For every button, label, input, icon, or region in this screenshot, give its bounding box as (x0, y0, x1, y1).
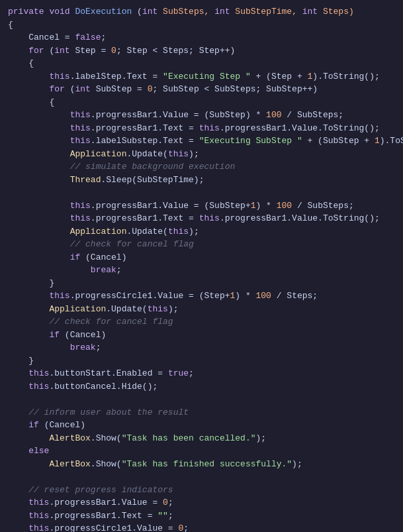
code-line: this.progressCircle1.Value = 0; (0, 522, 403, 532)
token-white: .buttonStart.Enabled = (49, 367, 167, 380)
token-white: (Cancel) (80, 251, 126, 264)
token-white: .Show( (91, 432, 122, 445)
token-white: ( (44, 44, 55, 58)
code-line: this.labelSubstep.Text = "Executing SubS… (0, 134, 403, 148)
token-white: { (28, 57, 34, 70)
token-param: SubStepTime, (230, 5, 302, 19)
token-this-kw: this (70, 199, 91, 213)
code-line: this.progressBar1.Text = ""; (0, 509, 403, 523)
token-str: "Executing SubStep " (199, 134, 302, 148)
token-white: { (49, 96, 54, 109)
token-cm: // reset progress indicators (28, 484, 173, 497)
token-this-kw: this (28, 367, 49, 380)
code-line: Application.Update(this); (0, 148, 403, 161)
code-editor: private void DoExecution (int SubSteps, … (0, 0, 403, 532)
code-line: Application.Update(this); (0, 303, 403, 316)
token-white: .Update( (126, 225, 167, 239)
token-cm: // check for cancel flag (70, 238, 194, 251)
token-white: .progressBar1.Text = (91, 122, 199, 135)
token-num: 0 (148, 83, 153, 96)
token-cm: // check for cancel flag (49, 315, 173, 329)
token-white: ; (189, 367, 194, 380)
token-this-kw: this (70, 212, 91, 225)
token-var: Cancel (28, 31, 60, 44)
token-kw: int (302, 5, 318, 19)
code-line: this.progressBar1.Text = this.progressBa… (0, 122, 403, 135)
token-white: ; (101, 31, 106, 44)
token-white: / SubSteps; (292, 199, 354, 213)
token-white: ; (183, 522, 189, 532)
token-kw: false (75, 31, 101, 44)
code-line: this.buttonStart.Enabled = true; (0, 367, 403, 380)
code-line: { (0, 57, 403, 70)
token-this-kw: this (148, 303, 168, 316)
token-kw: int (142, 5, 157, 19)
token-kw: int (75, 83, 90, 96)
token-white: .progressCircle1.Value = (Step+ (70, 290, 230, 303)
token-kw: void (49, 5, 69, 19)
token-cls: Application (70, 225, 127, 239)
code-line: AlertBox.Show("Task has been cancelled."… (0, 432, 403, 445)
token-white: .progressBar1.Text = (49, 509, 157, 523)
token-white: ) * (235, 290, 255, 303)
token-white: ); (292, 458, 302, 471)
token-white: + (SubStep + (302, 134, 375, 148)
token-cls: Application (70, 148, 127, 161)
token-white (70, 5, 75, 19)
code-line: // inform user about the result (0, 406, 403, 419)
token-cm: // inform user about the result (28, 406, 189, 419)
token-param: Steps) (318, 5, 354, 19)
code-line: if (Cancel) (0, 419, 403, 432)
token-white: ); (256, 432, 267, 445)
code-line: this.progressBar1.Value = (SubStep+1) * … (0, 199, 403, 213)
code-line: } (0, 354, 403, 368)
token-this-kw: this (70, 134, 91, 148)
token-this-kw: this (49, 290, 69, 303)
token-white: .labelStep.Text = (70, 70, 163, 83)
token-white: { (8, 19, 13, 32)
token-num: 0 (178, 522, 183, 532)
token-white: ); (168, 303, 179, 316)
token-fn: DoExecution (75, 5, 132, 19)
token-this-kw: this (28, 496, 49, 509)
token-white: .Update( (126, 148, 167, 161)
token-white: ; (168, 509, 173, 523)
token-white: ; (96, 341, 101, 354)
code-line: break; (0, 264, 403, 277)
token-this-kw: this (70, 122, 91, 135)
token-this-kw: this (199, 122, 220, 135)
token-this-kw: this (49, 70, 69, 83)
token-white: ); (189, 225, 199, 239)
token-num: 100 (277, 199, 292, 213)
code-line: AlertBox.Show("Task has finished success… (0, 458, 403, 471)
token-this-kw: this (28, 522, 49, 532)
token-white: ; (116, 264, 122, 277)
code-line: Application.Update(this); (0, 225, 403, 239)
token-white: .buttonCancel.Hide(); (49, 380, 157, 394)
token-kw: int (214, 5, 230, 19)
token-kw: if (70, 251, 81, 264)
token-kw: for (49, 83, 64, 96)
token-white: .Update( (106, 303, 147, 316)
token-num: 1 (230, 290, 235, 303)
code-line: Thread.Sleep(SubStepTime); (0, 174, 403, 187)
token-white: .labelSubstep.Text = (91, 134, 199, 148)
code-line: } (0, 277, 403, 290)
code-line: { (0, 96, 403, 109)
token-white: ; SubStep < SubSteps; SubStep++) (152, 83, 318, 96)
code-line: // simulate background execution (0, 160, 403, 174)
token-white: ( (132, 5, 142, 19)
token-str: "Task has been cancelled." (122, 432, 256, 445)
token-this-kw: this (168, 225, 189, 239)
token-num: 1 (375, 134, 380, 148)
token-param: SubSteps, (157, 5, 214, 19)
code-line: { (0, 19, 403, 32)
code-line: this.progressBar1.Value = (SubStep) * 10… (0, 109, 403, 122)
token-white: Step = (70, 44, 111, 58)
token-white: .Sleep(SubStepTime); (101, 174, 204, 187)
token-white: / SubSteps; (282, 109, 344, 122)
token-white: (Cancel) (39, 419, 85, 432)
token-white: .progressCircle1.Value = (49, 522, 178, 532)
token-white: .progressBar1.Text = (91, 212, 199, 225)
token-this-kw: this (70, 109, 91, 122)
